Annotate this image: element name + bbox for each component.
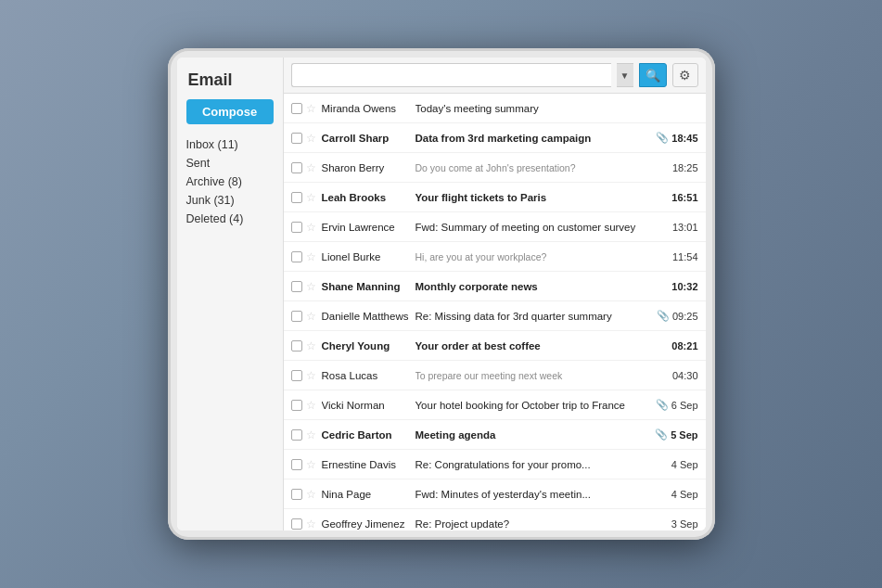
email-time: 5 Sep — [671, 429, 697, 441]
star-icon[interactable]: ☆ — [306, 488, 316, 501]
email-time: 4 Sep — [671, 489, 698, 500]
attachment-icon: 📎 — [657, 310, 670, 322]
email-subject: Data from 3rd marketing campaign — [415, 133, 651, 144]
email-subject: Your order at best coffee — [415, 340, 651, 352]
checkbox[interactable] — [291, 133, 302, 144]
checkbox[interactable] — [291, 518, 302, 530]
tablet-frame: Email Compose Inbox (11) Sent Archive (8… — [168, 48, 715, 540]
tablet-screen: Email Compose Inbox (11) Sent Archive (8… — [177, 58, 706, 530]
table-row[interactable]: ☆ Ervin Lawrence Fwd: Summary of meeting… — [284, 212, 706, 242]
star-icon[interactable]: ☆ — [306, 458, 316, 471]
email-subject: Your hotel booking for October trip to F… — [415, 400, 650, 411]
checkbox[interactable] — [291, 251, 302, 262]
table-row[interactable]: ☆ Rosa Lucas To prepare our meeting next… — [284, 361, 706, 390]
star-icon[interactable]: ☆ — [306, 339, 316, 352]
main-panel: ▼ 🔍 ⚙ ☆ Miranda Owens — [284, 58, 706, 530]
sender-name: Cedric Barton — [322, 429, 392, 441]
email-preview: Do you come at John's presentation? — [415, 162, 651, 173]
table-row[interactable]: ☆ Cheryl Young Your order at best coffee… — [284, 331, 706, 361]
table-row[interactable]: ☆ Danielle Matthews Re: Missing data for… — [284, 301, 706, 331]
email-time: 16:51 — [671, 192, 697, 203]
search-input[interactable] — [291, 63, 611, 87]
email-time: 18:25 — [672, 162, 698, 173]
email-subject: Re: Project update? — [415, 518, 651, 530]
compose-button[interactable]: Compose — [186, 99, 274, 124]
gear-icon: ⚙ — [679, 68, 691, 83]
checkbox[interactable] — [291, 370, 302, 381]
sidebar-item-junk[interactable]: Junk (31) — [186, 191, 283, 210]
email-time: 11:54 — [672, 251, 698, 262]
sender-name: Carroll Sharp — [322, 133, 390, 144]
table-row[interactable]: ☆ Leah Brooks Your flight tickets to Par… — [284, 183, 706, 212]
email-time: 6 Sep — [671, 400, 698, 411]
checkbox[interactable] — [291, 311, 302, 322]
email-time: 04:30 — [672, 370, 698, 381]
star-icon[interactable]: ☆ — [306, 132, 316, 145]
email-time: 4 Sep — [671, 459, 698, 470]
star-icon[interactable]: ☆ — [306, 280, 316, 293]
checkbox[interactable] — [291, 459, 302, 470]
star-icon[interactable]: ☆ — [306, 399, 316, 412]
sidebar-item-inbox[interactable]: Inbox (11) — [186, 135, 283, 154]
sender-name: Miranda Owens — [322, 103, 397, 114]
sender-name: Lionel Burke — [322, 251, 381, 262]
search-dropdown-button[interactable]: ▼ — [617, 63, 633, 87]
sender-name: Geoffrey Jimenez — [322, 518, 405, 530]
email-time: 3 Sep — [671, 518, 698, 530]
sidebar-item-archive[interactable]: Archive (8) — [186, 173, 283, 191]
star-icon[interactable]: ☆ — [306, 250, 316, 263]
table-row[interactable]: ☆ Shane Manning Monthly corporate news 1… — [284, 272, 706, 301]
table-row[interactable]: ☆ Nina Page Fwd: Minutes of yesterday's … — [284, 479, 706, 509]
sender-name: Danielle Matthews — [322, 311, 409, 322]
email-time: 10:32 — [671, 281, 697, 292]
sender-name: Ervin Lawrence — [322, 222, 395, 233]
checkbox[interactable] — [291, 192, 302, 203]
checkbox[interactable] — [291, 162, 302, 173]
star-icon[interactable]: ☆ — [306, 310, 316, 323]
email-subject: Your flight tickets to Paris — [415, 192, 651, 203]
checkbox[interactable] — [291, 489, 302, 500]
email-time: 08:21 — [671, 340, 697, 352]
email-time: 13:01 — [672, 222, 698, 233]
table-row[interactable]: ☆ Miranda Owens Today's meeting summary — [284, 94, 706, 123]
sender-name: Ernestine Davis — [322, 459, 397, 470]
app-title: Email — [177, 65, 283, 99]
checkbox[interactable] — [291, 103, 302, 114]
sender-name: Rosa Lucas — [322, 370, 378, 381]
attachment-icon: 📎 — [656, 132, 669, 144]
table-row[interactable]: ☆ Ernestine Davis Re: Congratulations fo… — [284, 450, 706, 479]
checkbox[interactable] — [291, 340, 302, 352]
table-row[interactable]: ☆ Cedric Barton Meeting agenda 📎 5 Sep — [284, 420, 706, 450]
checkbox[interactable] — [291, 429, 302, 441]
email-subject: Meeting agenda — [415, 429, 650, 441]
star-icon[interactable]: ☆ — [306, 428, 316, 441]
table-row[interactable]: ☆ Sharon Berry Do you come at John's pre… — [284, 153, 706, 183]
sender-name: Vicki Norman — [322, 400, 385, 411]
star-icon[interactable]: ☆ — [306, 161, 316, 174]
checkbox[interactable] — [291, 222, 302, 233]
email-subject: Fwd: Minutes of yesterday's meetin... — [415, 489, 651, 500]
table-row[interactable]: ☆ Carroll Sharp Data from 3rd marketing … — [284, 123, 706, 153]
search-button[interactable]: 🔍 — [639, 63, 667, 87]
star-icon[interactable]: ☆ — [306, 518, 316, 530]
checkbox[interactable] — [291, 400, 302, 411]
sidebar-item-sent[interactable]: Sent — [186, 154, 283, 173]
email-subject: Monthly corporate news — [415, 281, 651, 292]
sidebar-nav: Inbox (11) Sent Archive (8) Junk (31) De… — [177, 135, 283, 228]
email-preview: Hi, are you at your workplace? — [415, 251, 651, 262]
attachment-icon: 📎 — [655, 428, 668, 441]
star-icon[interactable]: ☆ — [306, 221, 316, 234]
star-icon[interactable]: ☆ — [306, 191, 316, 204]
checkbox[interactable] — [291, 281, 302, 292]
table-row[interactable]: ☆ Geoffrey Jimenez Re: Project update? 3… — [284, 509, 706, 530]
email-preview: To prepare our meeting next week — [415, 370, 651, 381]
star-icon[interactable]: ☆ — [306, 102, 316, 115]
sidebar-item-deleted[interactable]: Deleted (4) — [186, 210, 283, 228]
sender-name: Sharon Berry — [322, 162, 385, 173]
table-row[interactable]: ☆ Lionel Burke Hi, are you at your workp… — [284, 242, 706, 272]
sender-name: Cheryl Young — [322, 340, 390, 352]
star-icon[interactable]: ☆ — [306, 369, 316, 382]
settings-button[interactable]: ⚙ — [672, 63, 698, 87]
table-row[interactable]: ☆ Vicki Norman Your hotel booking for Oc… — [284, 390, 706, 420]
toolbar: ▼ 🔍 ⚙ — [284, 58, 706, 94]
